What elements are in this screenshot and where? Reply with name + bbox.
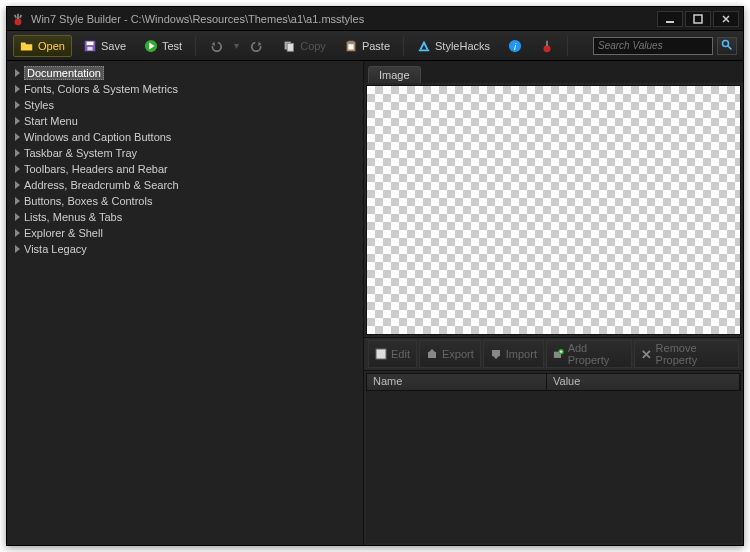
svg-line-21 [728,45,732,49]
tree-item[interactable]: Toolbars, Headers and Rebar [7,161,363,177]
expand-arrow-icon[interactable] [15,181,20,189]
copy-button[interactable]: Copy [275,35,333,57]
svg-rect-24 [492,350,500,356]
export-icon [426,348,438,360]
tree-item[interactable]: Lists, Menus & Tabs [7,209,363,225]
column-value[interactable]: Value [547,374,740,390]
toolbar-separator [403,36,404,56]
svg-rect-11 [287,43,293,51]
svg-rect-3 [19,14,22,18]
tree-item[interactable]: Taskbar & System Tray [7,145,363,161]
wand-icon [540,39,554,53]
play-icon [144,39,158,53]
search-button[interactable] [717,37,737,55]
redo-icon [250,39,264,53]
minimize-button[interactable] [657,11,683,27]
edit-icon [375,348,387,360]
tree-item-label: Explorer & Shell [24,227,103,239]
tree-item[interactable]: Fonts, Colors & System Metrics [7,81,363,97]
redo-button[interactable] [243,35,271,57]
svg-point-18 [544,45,551,52]
toolbar: Open Save Test ▾ Copy Paste StyleHack [7,31,743,61]
property-actions: Edit Export Import Add Property Remove P… [364,337,743,371]
tab-image[interactable]: Image [368,66,421,83]
tree-item[interactable]: Documentation [7,65,363,81]
info-button[interactable]: i [501,35,529,57]
expand-arrow-icon[interactable] [15,85,20,93]
svg-rect-8 [87,46,92,50]
svg-rect-23 [428,352,436,358]
export-button[interactable]: Export [419,340,481,368]
expand-arrow-icon[interactable] [15,69,20,77]
tree-item[interactable]: Vista Legacy [7,241,363,257]
remove-property-button[interactable]: Remove Property [634,340,739,368]
edit-button[interactable]: Edit [368,340,417,368]
maximize-button[interactable] [685,11,711,27]
undo-button[interactable] [202,35,230,57]
property-body[interactable] [366,391,741,543]
search-input[interactable] [593,37,713,55]
svg-rect-14 [348,44,353,49]
svg-rect-19 [546,40,548,45]
expand-arrow-icon[interactable] [15,133,20,141]
toolbar-separator [195,36,196,56]
tree-item[interactable]: Address, Breadcrumb & Search [7,177,363,193]
expand-arrow-icon[interactable] [15,229,20,237]
titlebar: Win7 Style Builder - C:\Windows\Resource… [7,7,743,31]
toolbar-separator [567,36,568,56]
expand-arrow-icon[interactable] [15,213,20,221]
stylehacks-label: StyleHacks [435,40,490,52]
remove-icon [641,348,652,360]
image-preview[interactable] [366,85,741,335]
paste-icon [344,39,358,53]
tree-item-label: Vista Legacy [24,243,87,255]
property-header: Name Value [366,373,741,391]
test-button[interactable]: Test [137,35,189,57]
wand-button[interactable] [533,35,561,57]
body: DocumentationFonts, Colors & System Metr… [7,61,743,545]
undo-icon [209,39,223,53]
expand-arrow-icon[interactable] [15,197,20,205]
export-label: Export [442,348,474,360]
svg-point-20 [723,40,729,46]
search-box [593,37,737,55]
expand-arrow-icon[interactable] [15,117,20,125]
folder-open-icon [20,39,34,53]
save-button[interactable]: Save [76,35,133,57]
svg-rect-5 [694,15,702,23]
history-sep-icon: ▾ [234,40,239,51]
close-button[interactable] [713,11,739,27]
save-label: Save [101,40,126,52]
tree-item-label: Lists, Menus & Tabs [24,211,122,223]
tree-item-label: Buttons, Boxes & Controls [24,195,152,207]
expand-arrow-icon[interactable] [15,149,20,157]
tree-item[interactable]: Windows and Caption Buttons [7,129,363,145]
import-button[interactable]: Import [483,340,544,368]
app-window: Win7 Style Builder - C:\Windows\Resource… [6,6,744,546]
svg-point-0 [15,18,22,25]
tree-item[interactable]: Start Menu [7,113,363,129]
expand-arrow-icon[interactable] [15,165,20,173]
paste-button[interactable]: Paste [337,35,397,57]
add-icon [553,348,564,360]
tree-item-label: Fonts, Colors & System Metrics [24,83,178,95]
column-name[interactable]: Name [367,374,547,390]
tree-item[interactable]: Styles [7,97,363,113]
open-label: Open [38,40,65,52]
tree-item-label: Documentation [24,66,104,80]
paste-label: Paste [362,40,390,52]
expand-arrow-icon[interactable] [15,101,20,109]
stylehacks-icon [417,39,431,53]
stylehacks-button[interactable]: StyleHacks [410,35,497,57]
svg-rect-2 [14,14,17,18]
tree-item-label: Windows and Caption Buttons [24,131,171,143]
tree-panel[interactable]: DocumentationFonts, Colors & System Metr… [7,61,363,545]
property-table: Name Value [366,373,741,543]
svg-rect-15 [419,49,430,51]
add-property-button[interactable]: Add Property [546,340,632,368]
tree-item[interactable]: Buttons, Boxes & Controls [7,193,363,209]
tree-item[interactable]: Explorer & Shell [7,225,363,241]
open-button[interactable]: Open [13,35,72,57]
expand-arrow-icon[interactable] [15,245,20,253]
svg-rect-13 [348,40,353,43]
